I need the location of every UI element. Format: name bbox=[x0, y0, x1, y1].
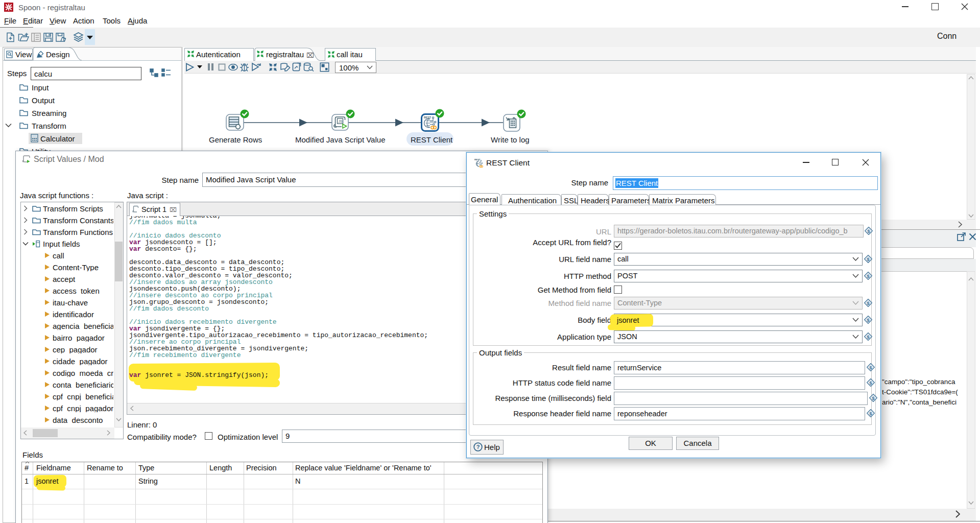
svg-text:$: $ bbox=[872, 396, 875, 401]
svg-text:$: $ bbox=[867, 301, 870, 306]
svg-text:REST: REST bbox=[474, 158, 481, 161]
svg-text:JS: JS bbox=[339, 120, 343, 123]
svg-text:$: $ bbox=[867, 274, 870, 279]
svg-text:?: ? bbox=[476, 444, 480, 450]
svg-text:$: $ bbox=[870, 411, 872, 416]
svg-text:$: $ bbox=[867, 335, 870, 340]
svg-text:$: $ bbox=[867, 257, 870, 262]
svg-text:$: $ bbox=[870, 381, 872, 386]
svg-text:$: $ bbox=[867, 318, 870, 323]
svg-text:$: $ bbox=[868, 229, 870, 234]
svg-text:$: $ bbox=[870, 365, 872, 370]
